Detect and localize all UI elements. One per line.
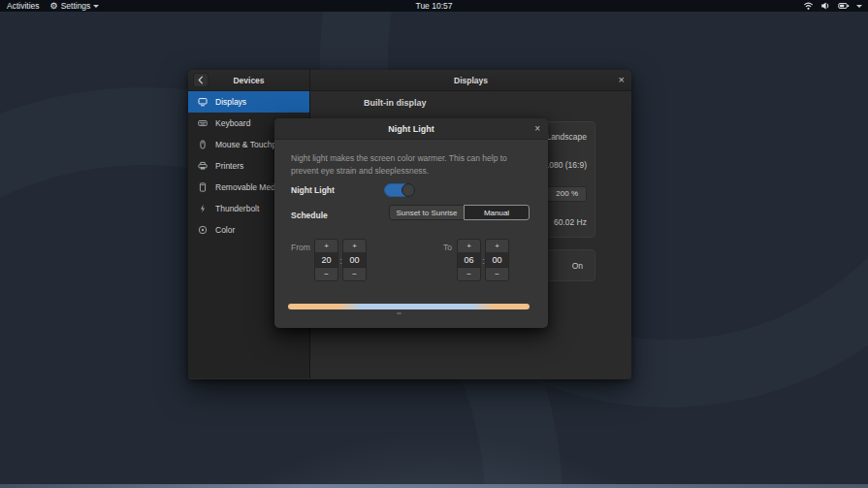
schedule-segmented-control: Sunset to Sunrise Manual [389,205,530,220]
to-minutes-increment-button[interactable]: + [485,239,509,253]
app-menu-settings[interactable]: ⚙ Settings [50,1,100,11]
keyboard-icon [198,118,208,128]
dialog-description: Night light makes the screen color warme… [291,152,533,178]
color-icon [198,225,208,235]
volume-icon [820,1,831,11]
sidebar-item-displays[interactable]: Displays [188,91,309,113]
wallpaper-glow [58,417,815,488]
night-light-dialog: Night Light × Night light makes the scre… [274,118,548,328]
network-icon [803,1,814,11]
from-hours-decrement-button[interactable]: − [314,267,338,281]
to-label: To [443,243,452,252]
dialog-title: Night Light [388,124,434,134]
from-minutes-increment-button[interactable]: + [342,239,367,253]
sidebar-item-label: Displays [215,97,246,107]
window-close-button[interactable]: × [619,70,625,91]
resolution-value: 1080 (16:9) [545,160,587,170]
from-hours-spinner: + 20 − [314,239,338,281]
night-light-label: Night Light [291,185,335,195]
app-menu-label: Settings [61,1,91,11]
from-minutes-spinner: + 00 − [342,239,367,281]
to-minutes-value[interactable]: 00 [485,252,509,268]
panel-heading: Built-in display [364,98,427,108]
dialog-header: Night Light × [274,118,548,140]
to-minutes-decrement-button[interactable]: − [485,267,509,281]
to-hours-decrement-button[interactable]: − [457,267,481,281]
schedule-sunset-button[interactable]: Sunset to Sunrise [389,205,465,220]
chevron-left-icon [197,76,205,84]
chevron-down-icon [93,5,99,8]
to-hours-increment-button[interactable]: + [457,239,481,253]
top-bar: Activities ⚙ Settings Tue 10:57 [0,0,868,12]
orientation-value: Landscape [546,132,587,142]
printer-icon [198,161,208,171]
sidebar-item-label: Keyboard [215,118,250,128]
back-button[interactable] [193,73,209,87]
mouse-icon [198,140,208,149]
gear-icon: ⚙ [50,1,58,11]
window-title-area: Displays × [310,70,631,90]
schedule-manual-button[interactable]: Manual [464,205,530,220]
from-minutes-value[interactable]: 00 [342,252,367,268]
from-hours-value[interactable]: 20 [314,252,338,268]
clock[interactable]: Tue 10:57 [0,1,868,11]
schedule-label: Schedule [291,211,328,220]
to-minutes-spinner: + 00 − [485,239,509,281]
toggle-knob [402,183,415,197]
wallpaper-edge [0,484,868,488]
night-light-status: On [572,261,583,271]
to-hours-value[interactable]: 06 [457,252,481,268]
display-icon [198,97,208,107]
sidebar-title: Devices [233,76,264,85]
from-minutes-decrement-button[interactable]: − [342,267,367,281]
page-title: Displays [454,76,488,85]
sidebar-item-label: Removable Media [215,182,282,192]
battery-icon [838,1,850,11]
sidebar-item-label: Thunderbolt [215,204,259,213]
from-hours-increment-button[interactable]: + [314,239,338,253]
chevron-down-icon [856,5,862,8]
color-temperature-slider[interactable] [288,304,530,309]
sidebar-item-label: Color [215,225,235,235]
removable-media-icon [198,182,208,192]
night-light-toggle[interactable] [384,183,415,197]
scale-200-button[interactable]: 200 % [548,186,587,202]
to-hours-spinner: + 06 − [457,239,481,281]
sidebar-item-label: Printers [215,161,243,171]
system-status-area[interactable] [803,1,868,11]
thunderbolt-icon [198,204,208,213]
refresh-rate-value: 60.02 Hz [554,217,587,227]
from-label: From [291,243,310,252]
header-bar: Devices Displays × [188,70,631,91]
dialog-close-button[interactable]: × [534,118,540,140]
desktop: Activities ⚙ Settings Tue 10:57 [0,0,868,488]
activities-button[interactable]: Activities [7,1,40,11]
slider-center-tick [397,312,402,314]
sidebar-header: Devices [188,70,310,90]
